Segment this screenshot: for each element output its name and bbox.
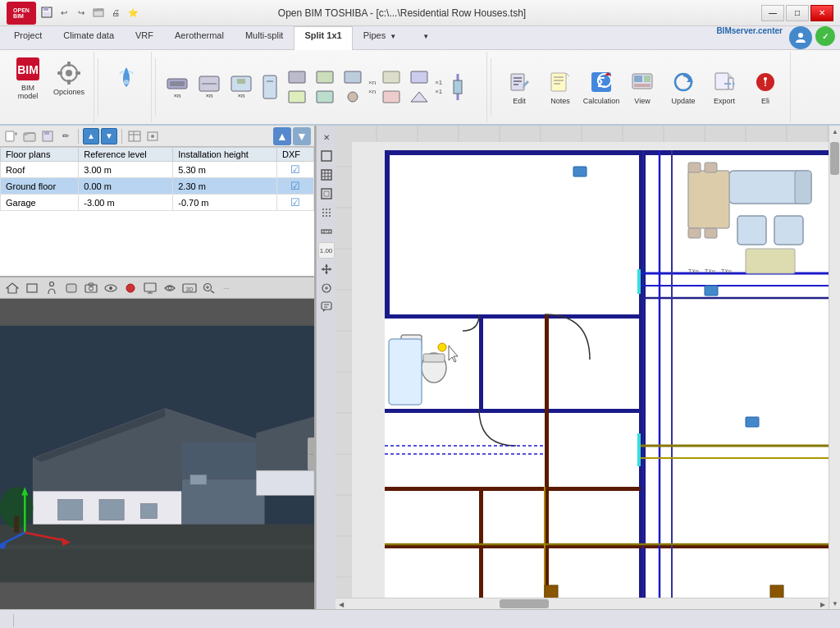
eli-btn[interactable]: ! Eli (746, 62, 785, 112)
device-btn-8[interactable] (284, 88, 310, 106)
bim-model-btn[interactable]: BIM BIMmodel (8, 53, 48, 103)
redo-btn[interactable]: ↪ (74, 5, 89, 20)
device-btn-1[interactable]: ×n (162, 66, 192, 108)
fp-arrow-up[interactable]: ▲ (273, 127, 291, 145)
notes-btn[interactable]: Notes (541, 62, 580, 112)
horizontal-scrollbar[interactable]: ◀ ▶ (336, 598, 829, 609)
view-btn[interactable]: View (623, 62, 662, 112)
scroll-down-arrow[interactable]: ▼ (829, 598, 840, 609)
tab-aerothermal[interactable]: Aerothermal (164, 26, 235, 50)
v3-eye2-btn[interactable] (161, 279, 179, 297)
vt-chat-btn[interactable] (318, 299, 335, 315)
svg-rect-201 (746, 249, 795, 273)
close-btn[interactable]: ✕ (810, 5, 833, 21)
device-btn-4[interactable] (258, 66, 281, 108)
vt-ruler-btn[interactable] (318, 223, 335, 240)
pipe-btn-1[interactable] (445, 66, 471, 108)
v3-person-btn[interactable] (43, 279, 61, 297)
open-btn[interactable] (91, 5, 106, 20)
scroll-thumb-v[interactable] (830, 142, 839, 175)
tab-project[interactable]: Project (3, 26, 52, 50)
device-btn-2[interactable]: ×n (194, 66, 224, 108)
vt-close-btn[interactable]: ✕ (318, 129, 335, 145)
building3d-view[interactable]: ··· (0, 299, 314, 609)
fp-settings-btn[interactable] (144, 128, 161, 144)
svg-point-58 (764, 77, 767, 80)
fp-table-btn[interactable] (126, 128, 143, 144)
fp-new-btn[interactable] (3, 128, 20, 144)
v3-home-btn[interactable] (3, 279, 21, 297)
svg-rect-182 (479, 487, 483, 606)
device-btn-13[interactable] (378, 88, 404, 106)
canvas-area[interactable]: TXn TXn TXn ▲ ▼ ◀ ▶ (336, 126, 840, 609)
fp-save-btn[interactable] (39, 128, 56, 144)
vt-scale-btn[interactable]: 1.00 (318, 242, 335, 259)
v3-cam-btn[interactable] (82, 279, 100, 297)
fp-arrow-dn[interactable]: ▼ (293, 127, 311, 145)
minimize-btn[interactable]: — (761, 5, 784, 21)
floor-dxf[interactable]: ☑ (276, 195, 313, 211)
star-btn[interactable]: ⭐ (126, 5, 140, 20)
device-btn-12[interactable] (406, 68, 432, 86)
table-row[interactable]: Garage -3.00 m -0.70 m ☑ (1, 195, 314, 211)
floor-dxf[interactable]: ☑ (276, 178, 313, 195)
v3-box-btn[interactable] (23, 279, 41, 297)
v3-square-btn[interactable] (62, 279, 80, 297)
climate-icon-btn[interactable] (107, 53, 146, 103)
floor-dxf[interactable]: ☑ (276, 162, 313, 178)
xn-label-1: ×n (368, 79, 376, 86)
table-row[interactable]: Ground floor 0.00 m 2.30 m ☑ (1, 178, 314, 195)
device-btn-6[interactable] (312, 68, 338, 86)
vt-pan-btn[interactable] (318, 261, 335, 277)
fp-down-btn[interactable]: ▼ (101, 128, 117, 144)
scroll-thumb-h[interactable] (500, 599, 549, 608)
v3-zoom-btn[interactable] (200, 279, 218, 297)
device-btn-10[interactable] (340, 88, 366, 106)
fp-edit-btn[interactable]: ✏ (57, 128, 74, 144)
device-btn-5[interactable] (284, 68, 310, 86)
fp-up-btn[interactable]: ▲ (83, 128, 99, 144)
v3-display-btn[interactable] (141, 279, 159, 297)
v3-eye-btn[interactable] (102, 279, 120, 297)
vt-frame-btn[interactable] (318, 186, 335, 202)
print-btn[interactable]: 🖨 (108, 5, 123, 20)
edit-btn[interactable]: Edit (500, 62, 539, 112)
scroll-right-arrow[interactable]: ▶ (817, 598, 829, 609)
table-row[interactable]: Roof 3.00 m 5.30 m ☑ (1, 162, 314, 178)
device-btn-3[interactable]: ×n (226, 66, 256, 108)
opciones-btn[interactable]: Opciones (49, 53, 89, 103)
fp-toolbar: ✏ ▲ ▼ ▲ ▼ (0, 126, 314, 147)
scroll-left-arrow[interactable]: ◀ (336, 598, 347, 609)
save-quick-btn[interactable] (39, 5, 54, 20)
fp-open-btn[interactable] (21, 128, 38, 144)
v3-3d-btn[interactable]: 3D (180, 279, 199, 297)
panel-resize-handle[interactable]: ··· (308, 438, 314, 470)
vt-dotgrid-btn[interactable] (318, 204, 335, 221)
tab-split1x1[interactable]: Split 1x1 (294, 26, 352, 50)
device-btn-7[interactable] (340, 68, 366, 86)
svg-point-9 (66, 70, 72, 76)
vertical-scrollbar[interactable]: ▲ ▼ (829, 126, 840, 609)
vt-zoom-circle-btn[interactable] (318, 280, 335, 296)
export-btn[interactable]: Export (705, 62, 744, 112)
tab-multisplit[interactable]: Multi-split (235, 26, 294, 50)
tab-pipes[interactable]: Pipes ▼ (353, 26, 408, 50)
update-btn[interactable]: Update (664, 62, 703, 112)
tab-extra[interactable]: ▼ (410, 26, 440, 50)
user-avatar[interactable] (789, 26, 812, 49)
scroll-up-arrow[interactable]: ▲ (829, 126, 840, 137)
undo-btn[interactable]: ↩ (57, 5, 71, 20)
bimserver-label[interactable]: BIMserver.center (716, 26, 789, 49)
tab-climate[interactable]: Climate data (52, 26, 125, 50)
vt-grid-btn[interactable] (318, 167, 335, 183)
device-btn-14[interactable] (406, 88, 432, 106)
maximize-btn[interactable]: □ (786, 5, 809, 21)
device-btn-9[interactable] (312, 88, 338, 106)
expand-btn[interactable]: ··· (223, 284, 230, 292)
v3-layers-btn[interactable] (121, 279, 139, 297)
tab-vrf[interactable]: VRF (125, 26, 164, 50)
svg-rect-64 (44, 131, 49, 135)
device-btn-11[interactable] (378, 68, 404, 86)
calculation-btn[interactable]: Σ Calculation (582, 62, 621, 112)
vt-rect-btn[interactable] (318, 148, 335, 164)
